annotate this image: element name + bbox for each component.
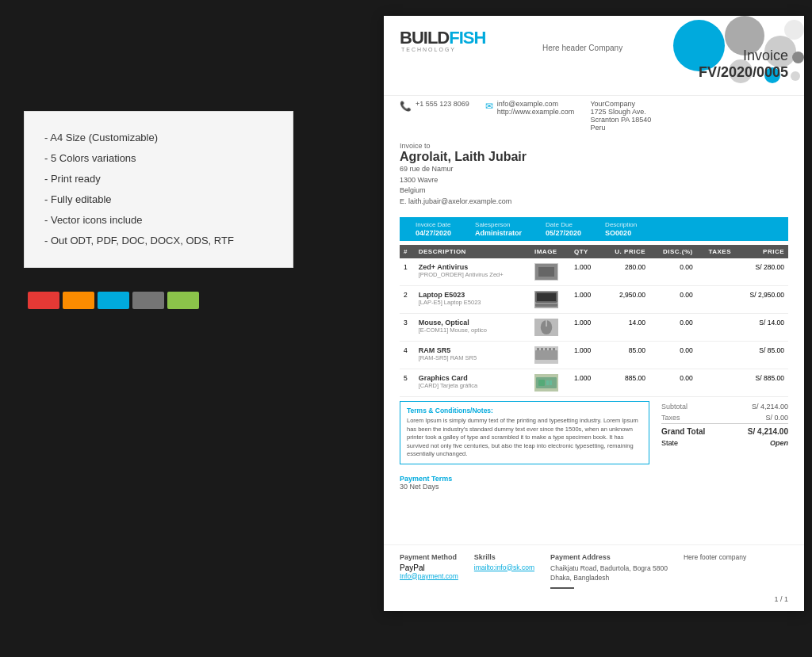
item1-price: S/ 280.00 xyxy=(735,258,788,286)
grand-total-row: Grand Total S/ 4,214.00 xyxy=(661,423,788,437)
feature-item-2: - 5 Colors variations xyxy=(44,148,273,169)
taxes-label: Taxes xyxy=(661,414,680,422)
invoice-title: Invoice xyxy=(699,48,788,64)
item4-taxes xyxy=(697,342,735,369)
item3-taxes xyxy=(697,314,735,342)
svg-rect-7 xyxy=(535,350,557,360)
footer-skrills-link[interactable]: imailto:info@sk.com xyxy=(474,563,534,571)
page-number: 1 / 1 xyxy=(400,595,788,603)
info-salesperson-label: Salesperson xyxy=(475,221,522,228)
terms-totals-section: Terms & Conditions/Notes: Lorem Ipsum is… xyxy=(400,401,788,464)
info-bar: Invoice Date 04/27/2020 Salesperson Admi… xyxy=(400,217,788,241)
footer-top: Payment Method PayPal Info@payment.com S… xyxy=(400,553,788,590)
product-icon-laptop xyxy=(534,291,558,308)
table-row: 2 Laptop E5023 [LAP-E5] Laptop E5023 1.0… xyxy=(400,286,788,314)
product-icon-gpu xyxy=(534,374,558,392)
item3-disc: 0.00 xyxy=(649,314,697,342)
product-icon-antivirus xyxy=(534,263,558,281)
info-description: Description SO0020 xyxy=(605,221,637,237)
footer-payment-address-label: Payment Address xyxy=(550,553,668,561)
contact-address-col: YourCompany 1725 Slough Ave. Scranton PA… xyxy=(590,100,651,132)
footer-payment-method-label: Payment Method xyxy=(400,553,458,561)
terms-box: Terms & Conditions/Notes: Lorem Ipsum is… xyxy=(400,401,649,464)
feature-item-3: - Print ready xyxy=(44,169,273,189)
table-row: 5 Graphics Card [CARD] Tarjeta gráfica 1… xyxy=(400,369,788,397)
swatch-red xyxy=(28,292,59,309)
subtotal-label: Subtotal xyxy=(661,403,688,411)
item4-desc: RAM SR5 [RAM-SR5] RAM SR5 xyxy=(415,342,530,369)
subtotal-value: S/ 4,214.00 xyxy=(752,403,788,411)
feature-item-5: - Vector icons include xyxy=(44,210,273,231)
logo-text: BUILDFISH xyxy=(400,28,485,48)
feature-item-4: - Fully editable xyxy=(44,189,273,210)
info-invoice-date-value: 04/27/2020 xyxy=(416,229,451,237)
item4-price: S/ 85.00 xyxy=(735,342,788,369)
item5-qty: 1.000 xyxy=(570,369,601,397)
state-row: State Open xyxy=(661,437,788,449)
info-description-label: Description xyxy=(605,221,637,228)
col-price: PRICE xyxy=(735,245,788,258)
invoice-panel: BUILDFISH TECHNOLOGY Here header Company… xyxy=(384,16,804,611)
state-label: State xyxy=(661,439,678,447)
logo-build: BUILD xyxy=(400,28,449,48)
item4-image xyxy=(530,342,570,369)
table-row: 1 Zed+ Antivirus [PROD_ORDER] Antivirus … xyxy=(400,258,788,286)
item4-disc: 0.00 xyxy=(649,342,697,369)
invoice-title-area: Invoice FV/2020/0005 xyxy=(699,48,788,81)
invoice-to-name: Agrolait, Laith Jubair xyxy=(400,150,788,164)
invoice-to-country: Belgium xyxy=(400,185,788,197)
footer-company-text: Here footer company xyxy=(684,553,746,561)
item5-price: S/ 885.00 xyxy=(735,369,788,397)
col-taxes: TAXES xyxy=(697,245,735,258)
info-invoice-date: Invoice Date 04/27/2020 xyxy=(416,221,451,237)
item3-image xyxy=(530,314,570,342)
contact-row: 📞 +1 555 123 8069 ✉ info@example.com htt… xyxy=(384,95,804,136)
svg-rect-8 xyxy=(537,348,539,350)
invoice-to-street: 69 rue de Namur xyxy=(400,164,788,175)
contact-website: http://www.example.com xyxy=(497,108,575,116)
footer-paypal-link[interactable]: Info@payment.com xyxy=(400,572,458,580)
item2-num: 2 xyxy=(400,286,415,314)
item2-uprice: 2,950.00 xyxy=(601,286,649,314)
item2-price: S/ 2,950.00 xyxy=(735,286,788,314)
svg-rect-9 xyxy=(541,348,543,350)
item3-uprice: 14.00 xyxy=(601,314,649,342)
footer-address: Chaikjatu Road, Badurtola, Bogra 5800 Dh… xyxy=(550,563,668,590)
logo-fish: FISH xyxy=(449,28,485,48)
info-date-due-value: 05/27/2020 xyxy=(546,229,581,237)
table-row: 3 Mouse, Optical [E-COM11] Mouse, optico… xyxy=(400,314,788,342)
state-value: Open xyxy=(770,439,788,447)
invoice-number: FV/2020/0005 xyxy=(699,64,788,81)
svg-rect-14 xyxy=(538,380,545,386)
product-icon-mouse xyxy=(534,319,558,336)
invoice-table: # DESCRIPTION IMAGE QTY U. PRICE DISC.(%… xyxy=(400,245,788,397)
color-swatches xyxy=(28,292,293,309)
item5-desc: Graphics Card [CARD] Tarjeta gráfica xyxy=(415,369,530,397)
taxes-row: Taxes S/ 0.00 xyxy=(661,412,788,423)
invoice-to-label: Invoice to xyxy=(400,142,788,150)
item2-disc: 0.00 xyxy=(649,286,697,314)
payment-terms-label: Payment Terms xyxy=(400,475,788,483)
item2-desc: Laptop E5023 [LAP-E5] Laptop E5023 xyxy=(415,286,530,314)
item3-qty: 1.000 xyxy=(570,314,601,342)
contact-company: YourCompany xyxy=(590,100,651,108)
swatch-orange xyxy=(63,292,94,309)
contact-email: info@example.com xyxy=(497,100,575,108)
info-description-value: SO0020 xyxy=(605,229,631,237)
svg-rect-3 xyxy=(537,293,556,301)
payment-terms-value: 30 Net Days xyxy=(400,483,788,491)
item2-qty: 1.000 xyxy=(570,286,601,314)
item1-disc: 0.00 xyxy=(649,258,697,286)
invoice-header: BUILDFISH TECHNOLOGY Here header Company… xyxy=(384,16,804,95)
item1-qty: 1.000 xyxy=(570,258,601,286)
header-company: Here header Company xyxy=(542,44,622,52)
item2-taxes xyxy=(697,286,735,314)
footer-payment-address: Payment Address Chaikjatu Road, Badurtol… xyxy=(550,553,668,590)
feature-item-1: - A4 Size (Customizable) xyxy=(44,128,273,148)
payment-terms-section: Payment Terms 30 Net Days xyxy=(384,468,804,497)
item1-num: 1 xyxy=(400,258,415,286)
invoice-to-email: E. laith.jubair@axelor.example.com xyxy=(400,197,788,208)
info-date-due: Date Due 05/27/2020 xyxy=(546,221,581,237)
svg-rect-4 xyxy=(535,304,557,307)
col-num: # xyxy=(400,245,415,258)
